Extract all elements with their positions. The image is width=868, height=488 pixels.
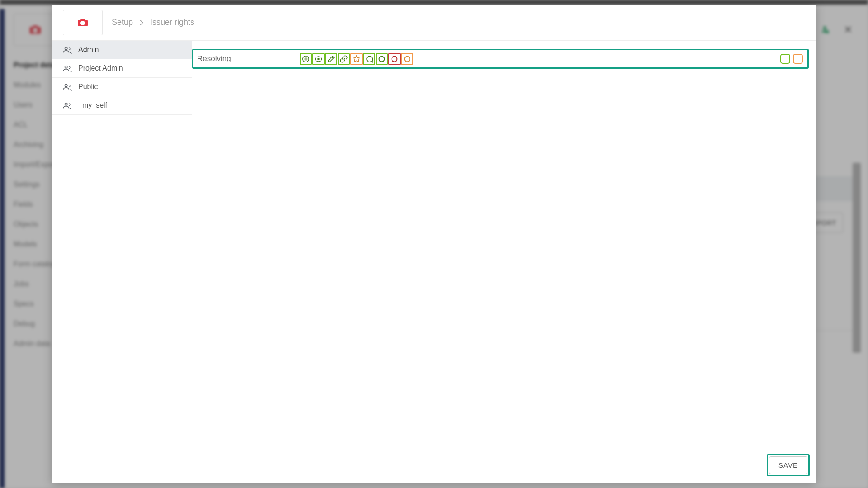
- group-label: Public: [78, 83, 98, 91]
- group-admin[interactable]: Admin: [52, 41, 192, 59]
- svg-point-4: [405, 56, 410, 62]
- perm-edit[interactable]: [325, 53, 337, 65]
- save-highlight: SAVE: [767, 454, 810, 476]
- perm-status-a[interactable]: [376, 53, 388, 65]
- group-project-admin[interactable]: Project Admin: [52, 59, 192, 78]
- group-icon: [62, 64, 72, 72]
- pencil-icon: [327, 55, 335, 63]
- link-icon: [340, 55, 348, 63]
- save-button[interactable]: SAVE: [769, 456, 807, 474]
- eye-icon: [314, 55, 323, 63]
- issuer-rights-modal: Setup Issuer rights AdminProject AdminPu…: [52, 5, 816, 483]
- breadcrumb: Setup Issuer rights: [112, 18, 194, 27]
- rights-panel: Resolving SAVE: [192, 41, 816, 483]
- perm-link[interactable]: [338, 53, 350, 65]
- perm-comment[interactable]: [363, 53, 375, 65]
- camera-icon: [77, 18, 88, 27]
- modal-logo: [63, 10, 103, 35]
- circle-icon: [403, 55, 411, 63]
- groups-sidebar: AdminProject AdminPublic_my_self: [52, 41, 192, 483]
- perm-status-b[interactable]: [388, 53, 401, 65]
- plus-icon: [302, 55, 310, 63]
- group-public[interactable]: Public: [52, 78, 192, 96]
- rights-row-label: Resolving: [196, 54, 300, 63]
- group-label: _my_self: [78, 101, 107, 109]
- circle-icon: [390, 55, 399, 63]
- svg-point-3: [392, 56, 397, 62]
- row-toggle-0[interactable]: [780, 54, 790, 64]
- perm-create[interactable]: [300, 53, 312, 65]
- rights-row-resolving: Resolving: [192, 49, 809, 69]
- group-label: Project Admin: [78, 64, 123, 72]
- modal-header: Setup Issuer rights: [52, 5, 816, 41]
- svg-point-2: [379, 56, 385, 62]
- breadcrumb-root[interactable]: Setup: [112, 18, 133, 27]
- group-label: Admin: [78, 46, 99, 54]
- chat-icon: [365, 55, 373, 63]
- circle-icon: [377, 55, 386, 63]
- perm-status-c[interactable]: [401, 53, 413, 65]
- group-icon: [62, 83, 72, 91]
- group-icon: [62, 101, 72, 109]
- group--my-self[interactable]: _my_self: [52, 96, 192, 115]
- svg-point-1: [317, 58, 320, 60]
- chevron-right-icon: [139, 19, 144, 26]
- group-icon: [62, 46, 72, 54]
- star-icon: [352, 55, 361, 63]
- breadcrumb-leaf: Issuer rights: [150, 18, 194, 27]
- perm-view[interactable]: [312, 53, 325, 65]
- row-toggle-1[interactable]: [793, 54, 803, 64]
- perm-star[interactable]: [350, 53, 363, 65]
